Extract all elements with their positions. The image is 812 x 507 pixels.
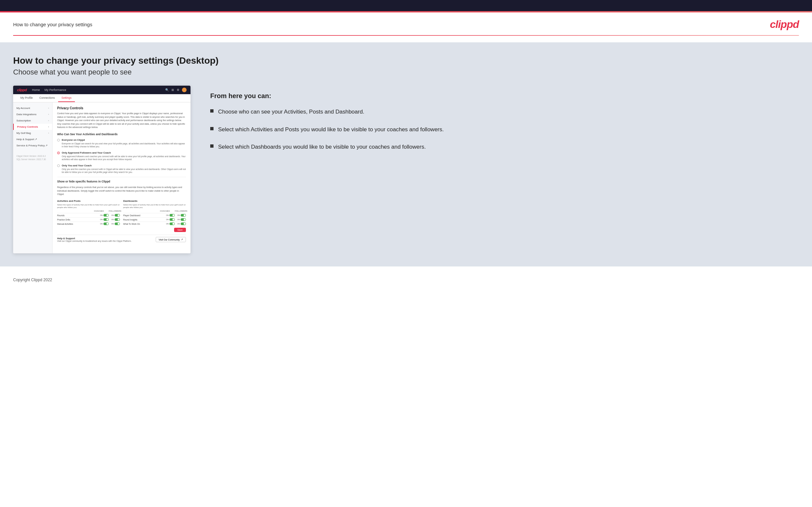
chevron-icon: ›: [48, 132, 49, 134]
app-sidebar: My Account › Data Integrations › Subscri…: [13, 102, 53, 253]
dashboards-title: Dashboards: [123, 200, 186, 203]
list-item: Select which Dashboards you would like t…: [210, 143, 799, 151]
chevron-icon: ›: [48, 126, 49, 128]
toggle-round-coaches[interactable]: [169, 218, 175, 221]
radio-circle-approved: [57, 152, 60, 154]
sidebar-data-integrations[interactable]: Data Integrations ›: [13, 111, 52, 117]
sidebar-subscription[interactable]: Subscription ›: [13, 117, 52, 124]
nav-my-performance[interactable]: My Performance: [44, 88, 66, 92]
radio-approved-followers[interactable]: Only Approved Followers and Your Coach O…: [57, 151, 186, 161]
clippd-logo: clippd: [770, 18, 799, 31]
row-controls: ON ON: [166, 214, 186, 217]
sidebar-subscription-label: Subscription: [16, 119, 31, 122]
toggle-group: ON: [100, 223, 109, 225]
app-nav-links: Home My Performance: [32, 88, 66, 92]
save-row: Save: [57, 228, 186, 232]
toggle-practice-coaches[interactable]: [103, 218, 109, 221]
toggle-group: ON: [100, 214, 109, 217]
toggle-group: ON: [166, 214, 175, 217]
settings-icon[interactable]: ⚙: [177, 88, 180, 92]
toggle-group: ON: [111, 223, 120, 225]
radio-everyone[interactable]: Everyone on Clippd Everyone on Clippd ca…: [57, 138, 186, 148]
search-icon[interactable]: 🔍: [165, 88, 169, 92]
activities-desc: Select the types of activity that you'd …: [57, 204, 120, 209]
followers-header-d: FOLLOWERS: [175, 210, 185, 212]
on-label: ON: [100, 214, 103, 216]
toggle-group: ON: [166, 223, 175, 225]
on-label: ON: [111, 223, 114, 225]
row-label-rounds: Rounds: [57, 214, 100, 217]
toggle-group: ON: [166, 218, 175, 221]
radio-approved-label: Only Approved Followers and Your Coach: [62, 151, 186, 154]
dashboards-table: Dashboards Select the types of activity …: [123, 200, 186, 226]
sidebar-my-account[interactable]: My Account ›: [13, 105, 52, 111]
toggle-practice-followers[interactable]: [115, 218, 120, 221]
on-label: ON: [111, 219, 114, 221]
subnav-connections[interactable]: Connections: [36, 94, 58, 102]
radio-only-you[interactable]: Only You and Your Coach Only you and the…: [57, 164, 186, 174]
app-panel: Privacy Controls Control how you and you…: [53, 102, 191, 253]
table-row: What To Work On ON ON: [123, 222, 186, 226]
footer-text: Copyright Clippd 2022: [13, 278, 52, 282]
toggle-group: ON: [100, 218, 109, 221]
activities-title: Activities and Posts: [57, 200, 120, 203]
radio-only-you-content: Only You and Your Coach Only you and the…: [62, 164, 186, 174]
on-label: ON: [100, 219, 103, 221]
subnav-my-profile[interactable]: My Profile: [17, 94, 36, 102]
sidebar-help-support-label: Help & Support ↗: [16, 138, 37, 141]
grid-icon[interactable]: ⊞: [171, 88, 174, 92]
chevron-icon: ›: [48, 113, 49, 115]
toggle-manual-coaches[interactable]: [103, 223, 109, 225]
sidebar-privacy-controls[interactable]: Privacy Controls ›: [13, 124, 52, 130]
sidebar-my-golf-bag[interactable]: My Golf Bag ›: [13, 130, 52, 136]
row-label-player-dashboard: Player Dashboard: [123, 214, 166, 217]
radio-everyone-label: Everyone on Clippd: [62, 138, 186, 142]
top-bar-accent: [0, 11, 812, 12]
on-label: ON: [177, 223, 180, 225]
toggle-manual-followers[interactable]: [115, 223, 120, 225]
table-row: Player Dashboard ON ON: [123, 213, 186, 217]
activities-header: COACHES FOLLOWERS: [57, 210, 120, 212]
bullet-text-1: Choose who can see your Activities, Post…: [218, 108, 364, 116]
radio-only-you-label: Only You and Your Coach: [62, 164, 186, 167]
right-column: From here you can: Choose who can see yo…: [204, 86, 799, 161]
toggle-rounds-followers[interactable]: [115, 214, 120, 217]
coaches-header: COACHES: [94, 210, 104, 212]
table-row: Manual Activities ON ON: [57, 222, 120, 226]
toggle-group: ON: [177, 214, 186, 217]
coaches-header-d: COACHES: [160, 210, 170, 212]
toggle-player-followers[interactable]: [181, 214, 186, 217]
followers-header: FOLLOWERS: [109, 210, 119, 212]
visit-community-button[interactable]: Visit Our Community ↗: [156, 237, 186, 242]
toggle-rounds-coaches[interactable]: [103, 214, 109, 217]
bullet-square: [210, 145, 213, 148]
radio-circle-everyone: [57, 139, 60, 142]
bullet-list: Choose who can see your Activities, Post…: [210, 108, 799, 151]
toggle-round-followers[interactable]: [181, 218, 186, 221]
from-here-title: From here you can:: [210, 92, 799, 100]
sidebar-help-support[interactable]: Help & Support ↗: [13, 136, 52, 143]
radio-everyone-content: Everyone on Clippd Everyone on Clippd ca…: [62, 138, 186, 148]
save-button[interactable]: Save: [174, 228, 186, 232]
show-hide-heading: Show or hide specific features in Clippd: [57, 180, 186, 183]
avatar[interactable]: [182, 88, 187, 92]
toggle-work-followers[interactable]: [181, 223, 186, 225]
toggle-player-coaches[interactable]: [169, 214, 175, 217]
header-title: How to change your privacy settings: [13, 22, 92, 27]
sidebar-privacy-policy[interactable]: Service & Privacy Policy ↗: [13, 143, 52, 149]
toggle-work-coaches[interactable]: [169, 223, 175, 225]
radio-approved-content: Only Approved Followers and Your Coach O…: [62, 151, 186, 161]
visit-community-label: Visit Our Community: [159, 238, 180, 241]
header: How to change your privacy settings clip…: [0, 12, 812, 35]
nav-home[interactable]: Home: [32, 88, 40, 92]
list-item: Select which Activities and Posts you wo…: [210, 125, 799, 134]
panel-title: Privacy Controls: [57, 106, 186, 110]
row-label-what-to-work: What To Work On: [123, 223, 166, 225]
main-content: How to change your privacy settings (Des…: [0, 42, 812, 267]
table-row: Rounds ON ON: [57, 213, 120, 217]
subnav-settings[interactable]: Settings: [58, 94, 75, 102]
help-desc: Visit our Clippd community to troublesho…: [57, 240, 156, 242]
bullet-square: [210, 109, 213, 113]
row-controls: ON ON: [100, 214, 120, 217]
dashboards-desc: Select the types of activity that you'd …: [123, 204, 186, 209]
